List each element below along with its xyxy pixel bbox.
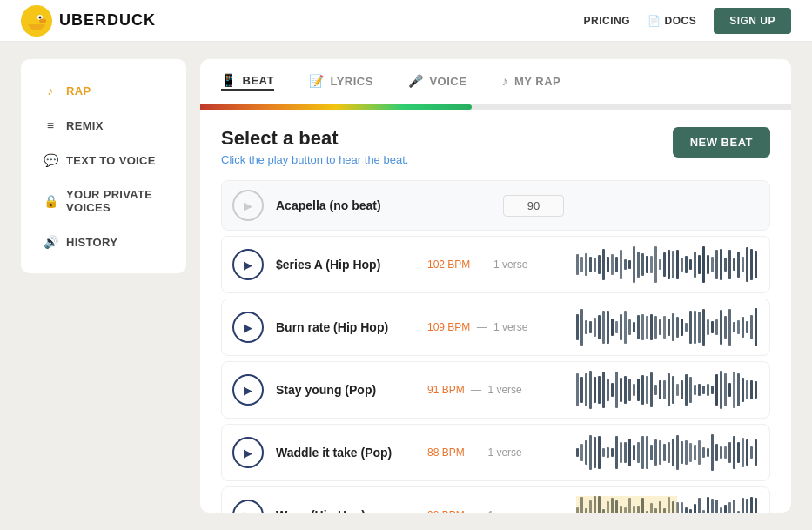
sidebar-item-private-voices[interactable]: 🔒 YOUR PRIVATE VOICES <box>35 181 172 221</box>
docs-link[interactable]: 📄 DOCS <box>648 15 696 27</box>
play-button-stay-young[interactable]: ▶ <box>232 374 264 406</box>
waveform <box>576 245 759 284</box>
tab-my-rap[interactable]: ♪ MY RAP <box>501 74 560 90</box>
sidebar-item-text-to-voice[interactable]: 💬 TEXT TO VOICE <box>35 146 172 174</box>
svg-point-5 <box>39 18 46 23</box>
header-nav: PRICING 📄 DOCS SIGN UP <box>583 8 791 34</box>
main-layout: ♪ RAP ≡ REMIX 💬 TEXT TO VOICE 🔒 YOUR PRI… <box>0 42 812 530</box>
logo-duck-icon <box>21 5 52 37</box>
beat-name: Burn rate (Hip Hop) <box>276 320 415 334</box>
beat-tab-icon: 📱 <box>221 73 237 87</box>
sidebar: ♪ RAP ≡ REMIX 💬 TEXT TO VOICE 🔒 YOUR PRI… <box>21 59 186 273</box>
tab-lyrics[interactable]: 📝 LYRICS <box>309 74 373 90</box>
play-button-wavy[interactable]: ▶ <box>232 500 264 513</box>
section-title-block: Select a beat Click the play button to h… <box>221 127 408 166</box>
beat-meta: 98 BPM — 1 verse <box>427 509 564 513</box>
my-rap-tab-icon: ♪ <box>501 74 508 88</box>
lock-icon: 🔒 <box>44 194 57 208</box>
beat-name: Waddle it take (Pop) <box>276 446 415 460</box>
play-button-burn-rate[interactable]: ▶ <box>232 312 264 343</box>
remix-icon: ≡ <box>44 118 57 132</box>
beat-meta: 102 BPM — 1 verse <box>427 258 564 271</box>
beat-row[interactable]: ▶ Wavy (Hip Hop) 98 BPM — 1 verse <box>221 486 770 513</box>
bpm-input[interactable] <box>503 195 564 217</box>
beat-list: ▶ Acapella (no beat) ▶ $eries A (Hip Hop… <box>221 180 770 513</box>
beat-name: Stay young (Pop) <box>276 383 415 397</box>
waveform <box>576 308 759 346</box>
beat-row[interactable]: ▶ Waddle it take (Pop) 88 BPM — 1 verse <box>221 424 770 481</box>
tab-beat[interactable]: 📱 BEAT <box>221 73 274 91</box>
beat-meta: 88 BPM — 1 verse <box>427 446 564 459</box>
waveform <box>576 433 759 472</box>
tab-voice[interactable]: 🎤 VOICE <box>408 74 466 90</box>
section-subtitle: Click the play button to hear the beat. <box>221 153 408 166</box>
header: UBERDUCK PRICING 📄 DOCS SIGN UP <box>0 0 812 42</box>
sidebar-item-remix[interactable]: ≡ REMIX <box>35 111 172 139</box>
beat-meta: 91 BPM — 1 verse <box>427 384 564 396</box>
beat-row[interactable]: ▶ Stay young (Pop) 91 BPM — 1 verse <box>221 361 770 419</box>
logo: UBERDUCK <box>21 5 156 37</box>
beat-meta: 109 BPM — 1 verse <box>427 321 564 333</box>
beat-row[interactable]: ▶ Burn rate (Hip Hop) 109 BPM — 1 verse <box>221 299 770 356</box>
section-title: Select a beat <box>221 127 408 150</box>
content-body: Select a beat Click the play button to h… <box>200 110 791 513</box>
new-beat-button[interactable]: NEW BEAT <box>673 127 770 158</box>
play-button-waddle[interactable]: ▶ <box>232 437 264 468</box>
beat-name: $eries A (Hip Hop) <box>276 258 415 272</box>
section-header: Select a beat Click the play button to h… <box>221 127 770 166</box>
signup-button[interactable]: SIGN UP <box>714 8 791 34</box>
logo-text: UBERDUCK <box>59 11 156 30</box>
sidebar-item-history[interactable]: 🔊 HISTORY <box>35 228 172 256</box>
beat-row[interactable]: ▶ $eries A (Hip Hop) 102 BPM — 1 verse <box>221 236 770 293</box>
play-button-acapella[interactable]: ▶ <box>232 190 264 221</box>
content-panel: 📱 BEAT 📝 LYRICS 🎤 VOICE ♪ MY RAP <box>200 59 791 513</box>
beat-name: Wavy (Hip Hop) <box>276 508 415 513</box>
waveform <box>576 371 759 409</box>
docs-file-icon: 📄 <box>648 15 661 27</box>
beat-row[interactable]: ▶ Acapella (no beat) <box>221 180 770 231</box>
speaker-icon: 🔊 <box>44 235 57 249</box>
play-button-link[interactable]: play button <box>267 153 323 166</box>
svg-point-4 <box>39 16 42 18</box>
lyrics-tab-icon: 📝 <box>309 74 325 88</box>
music-note-icon: ♪ <box>44 84 57 97</box>
voice-tab-icon: 🎤 <box>408 74 424 88</box>
waveform <box>576 496 759 513</box>
chat-icon: 💬 <box>44 153 57 167</box>
pricing-link[interactable]: PRICING <box>583 15 630 27</box>
sidebar-item-rap[interactable]: ♪ RAP <box>35 77 172 104</box>
beat-name: Acapella (no beat) <box>276 198 415 212</box>
tabs: 📱 BEAT 📝 LYRICS 🎤 VOICE ♪ MY RAP <box>200 59 791 104</box>
play-button-series-a[interactable]: ▶ <box>232 249 264 280</box>
